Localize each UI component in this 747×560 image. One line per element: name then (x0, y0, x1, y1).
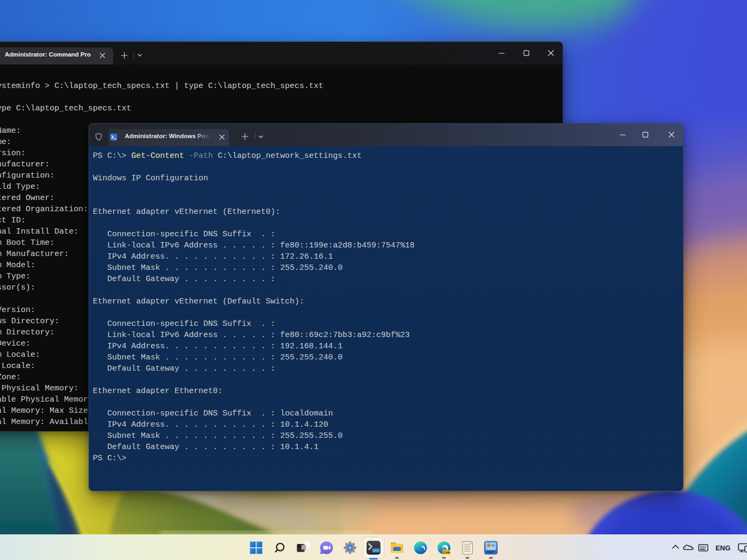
svg-text:ENG: ENG (716, 544, 730, 552)
svg-text:CAN: CAN (443, 550, 450, 554)
